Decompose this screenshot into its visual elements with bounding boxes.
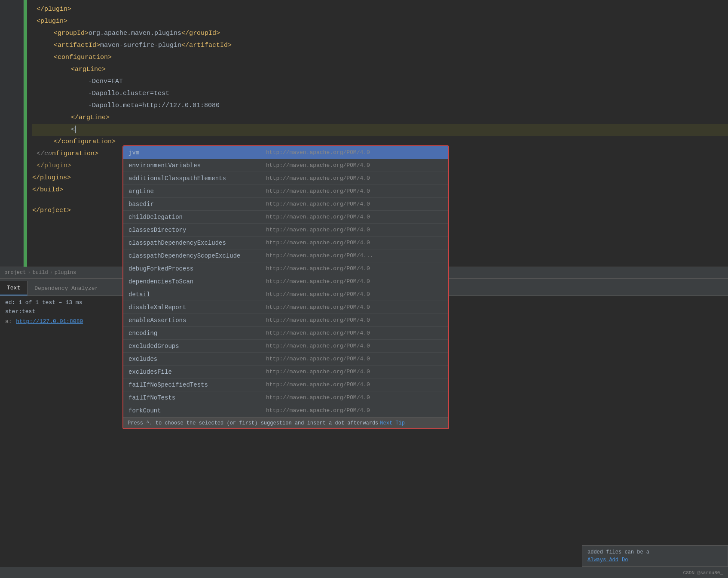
autocomplete-item-name: classpathDependencyExcludes bbox=[128, 240, 266, 246]
autocomplete-hint: Press ^. to choose the selected (or firs… bbox=[128, 420, 378, 426]
current-line[interactable]: < bbox=[32, 124, 728, 136]
autocomplete-item-url: http://maven.apache.org/POM/4.0 bbox=[266, 407, 443, 414]
autocomplete-item-url: http://maven.apache.org/POM/4.0 bbox=[266, 201, 443, 207]
next-tip-link[interactable]: Next Tip bbox=[380, 420, 405, 426]
tab-dependency-analyzer[interactable]: Dependency Analyzer bbox=[28, 281, 105, 295]
autocomplete-dropdown[interactable]: jvmhttp://maven.apache.org/POM/4.0enviro… bbox=[122, 145, 449, 429]
autocomplete-item[interactable]: excludeshttp://maven.apache.org/POM/4.0 bbox=[123, 353, 448, 366]
autocomplete-item-name: classpathDependencyScopeExclude bbox=[128, 252, 266, 259]
autocomplete-item-url: http://maven.apache.org/POM/4.0 bbox=[266, 394, 443, 401]
link-prefix: a: bbox=[5, 318, 12, 325]
autocomplete-item[interactable]: argLinehttp://maven.apache.org/POM/4.0 bbox=[123, 185, 448, 198]
autocomplete-item-name: forkCount bbox=[128, 407, 266, 414]
autocomplete-item-name: environmentVariables bbox=[128, 162, 266, 169]
notification-bar: added files can be a Always Add Do bbox=[582, 545, 728, 567]
autocomplete-item[interactable]: jvmhttp://maven.apache.org/POM/4.0 bbox=[123, 146, 448, 159]
code-line: -Dapollo.meta=http://127.0.01:8080 bbox=[32, 100, 728, 112]
autocomplete-item[interactable]: failIfNoSpecifiedTestshttp://maven.apach… bbox=[123, 378, 448, 391]
autocomplete-item-name: enableAssertions bbox=[128, 317, 266, 324]
editor-area: </plugin> <plugin> <groupId>org.apache.m… bbox=[0, 0, 728, 578]
autocomplete-item-url: http://maven.apache.org/POM/4.0 bbox=[266, 175, 443, 181]
autocomplete-item-url: http://maven.apache.org/POM/4.0 bbox=[266, 188, 443, 194]
autocomplete-item[interactable]: basedirhttp://maven.apache.org/POM/4.0 bbox=[123, 198, 448, 211]
autocomplete-item[interactable]: dependenciesToScanhttp://maven.apache.or… bbox=[123, 275, 448, 288]
autocomplete-item-name: dependenciesToScan bbox=[128, 278, 266, 285]
autocomplete-item[interactable]: classpathDependencyScopeExcludehttp://ma… bbox=[123, 249, 448, 262]
autocomplete-item-name: argLine bbox=[128, 188, 266, 195]
code-line: <groupId>org.apache.maven.plugins</group… bbox=[32, 28, 728, 40]
autocomplete-item-name: failIfNoSpecifiedTests bbox=[128, 381, 266, 388]
autocomplete-item-url: http://maven.apache.org/POM/4... bbox=[266, 252, 443, 259]
code-line: <configuration> bbox=[32, 52, 728, 64]
autocomplete-item-name: basedir bbox=[128, 201, 266, 208]
autocomplete-item[interactable]: failIfNoTestshttp://maven.apache.org/POM… bbox=[123, 391, 448, 404]
autocomplete-item-url: http://maven.apache.org/POM/4.0 bbox=[266, 162, 443, 169]
autocomplete-item-name: encoding bbox=[128, 330, 266, 337]
autocomplete-item-url: http://maven.apache.org/POM/4.0 bbox=[266, 240, 443, 246]
autocomplete-item-url: http://maven.apache.org/POM/4.0 bbox=[266, 317, 443, 323]
autocomplete-footer: Press ^. to choose the selected (or firs… bbox=[123, 417, 448, 428]
status-bar: CSDN @sarnu80_ bbox=[0, 567, 728, 578]
autocomplete-item-url: http://maven.apache.org/POM/4.0 bbox=[266, 356, 443, 362]
notification-text: added files can be a bbox=[587, 549, 722, 555]
autocomplete-item-name: jvm bbox=[128, 149, 266, 156]
autocomplete-item-name: classesDirectory bbox=[128, 227, 266, 234]
csdn-status: CSDN @sarnu80_ bbox=[683, 570, 723, 575]
autocomplete-item-url: http://maven.apache.org/POM/4.0 bbox=[266, 369, 443, 375]
code-line: -Denv=FAT bbox=[32, 76, 728, 88]
autocomplete-item-url: http://maven.apache.org/POM/4.0 bbox=[266, 214, 443, 220]
autocomplete-item-name: additionalClasspathElements bbox=[128, 175, 266, 182]
autocomplete-item-url: http://maven.apache.org/POM/4.0 bbox=[266, 381, 443, 388]
code-line: <plugin> bbox=[32, 15, 728, 28]
breadcrumb-plugins: plugins bbox=[55, 270, 76, 276]
autocomplete-item-name: childDelegation bbox=[128, 214, 266, 221]
apollo-link[interactable]: http://127.0.01:8080 bbox=[16, 318, 83, 325]
autocomplete-item-name: excludedGroups bbox=[128, 343, 266, 350]
autocomplete-item[interactable]: enableAssertionshttp://maven.apache.org/… bbox=[123, 314, 448, 327]
do-link[interactable]: Do bbox=[622, 557, 628, 563]
autocomplete-item-url: http://maven.apache.org/POM/4.0 bbox=[266, 291, 443, 298]
test-status: ed: 1 of 1 test – 13 ms bbox=[5, 299, 82, 306]
autocomplete-item[interactable]: classesDirectoryhttp://maven.apache.org/… bbox=[123, 224, 448, 237]
autocomplete-item-url: http://maven.apache.org/POM/4.0 bbox=[266, 278, 443, 285]
autocomplete-item[interactable]: additionalClasspathElementshttp://maven.… bbox=[123, 172, 448, 185]
change-indicator bbox=[24, 0, 27, 267]
autocomplete-item[interactable]: disableXmlReporthttp://maven.apache.org/… bbox=[123, 301, 448, 314]
tab-text[interactable]: Text bbox=[0, 281, 28, 295]
autocomplete-item-name: excludesFile bbox=[128, 369, 266, 375]
always-add-link[interactable]: Always Add bbox=[587, 557, 618, 563]
code-line: </argLine> bbox=[32, 112, 728, 124]
autocomplete-item-name: debugForkedProcess bbox=[128, 265, 266, 272]
code-line: -Dapollo.cluster=test bbox=[32, 88, 728, 100]
autocomplete-item-url: http://maven.apache.org/POM/4.0 bbox=[266, 227, 443, 233]
autocomplete-item[interactable]: childDelegationhttp://maven.apache.org/P… bbox=[123, 211, 448, 224]
autocomplete-item-url: http://maven.apache.org/POM/4.0 bbox=[266, 265, 443, 272]
breadcrumb-build: build bbox=[33, 270, 48, 276]
code-line: <artifactId>maven-surefire-plugin</artif… bbox=[32, 40, 728, 52]
autocomplete-item-url: http://maven.apache.org/POM/4.0 bbox=[266, 343, 443, 349]
autocomplete-item[interactable]: excludesFilehttp://maven.apache.org/POM/… bbox=[123, 366, 448, 378]
code-line: </plugin> bbox=[32, 3, 728, 15]
code-line: <argLine> bbox=[32, 64, 728, 76]
autocomplete-item[interactable]: classpathDependencyExcludeshttp://maven.… bbox=[123, 237, 448, 249]
notification-actions: Always Add Do bbox=[587, 557, 722, 563]
autocomplete-item-name: disableXmlReport bbox=[128, 304, 266, 311]
autocomplete-item-url: http://maven.apache.org/POM/4.0 bbox=[266, 149, 443, 156]
autocomplete-item[interactable]: environmentVariableshttp://maven.apache.… bbox=[123, 159, 448, 172]
autocomplete-item-name: detail bbox=[128, 291, 266, 298]
autocomplete-item-url: http://maven.apache.org/POM/4.0 bbox=[266, 304, 443, 311]
autocomplete-item-name: failIfNoTests bbox=[128, 394, 266, 401]
command-text: ster:test bbox=[5, 308, 35, 315]
autocomplete-item[interactable]: forkCounthttp://maven.apache.org/POM/4.0 bbox=[123, 404, 448, 417]
autocomplete-item[interactable]: excludedGroupshttp://maven.apache.org/PO… bbox=[123, 340, 448, 353]
autocomplete-item-url: http://maven.apache.org/POM/4.0 bbox=[266, 330, 443, 336]
autocomplete-item[interactable]: debugForkedProcesshttp://maven.apache.or… bbox=[123, 262, 448, 275]
autocomplete-item-name: excludes bbox=[128, 356, 266, 363]
breadcrumb-project: project bbox=[4, 270, 26, 276]
autocomplete-item[interactable]: detailhttp://maven.apache.org/POM/4.0 bbox=[123, 288, 448, 301]
autocomplete-item[interactable]: encodinghttp://maven.apache.org/POM/4.0 bbox=[123, 327, 448, 340]
